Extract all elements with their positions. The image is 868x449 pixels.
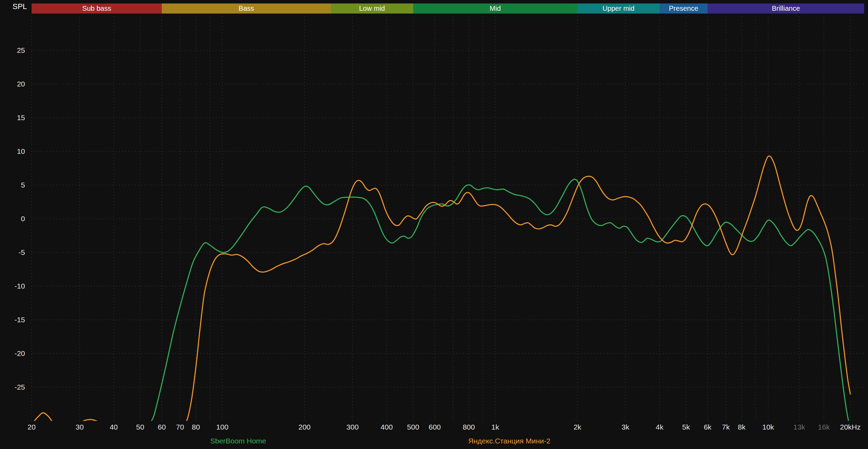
x-tick-4k: 4k [656, 423, 663, 431]
x-tick-13k: 13k [793, 423, 805, 431]
x-tick-5k: 5k [682, 423, 690, 431]
x-tick-400: 400 [381, 423, 393, 431]
frequency-response-chart: SPL Sub bassBassLow midMidUpper midPrese… [0, 0, 868, 449]
x-tick-16k: 16k [818, 423, 830, 431]
y-tick--15: -15 [3, 316, 25, 324]
grid [32, 17, 864, 421]
legend: SberBoom Home Яндекс.Станция Мини-2 [0, 437, 868, 447]
x-tick-50: 50 [136, 423, 144, 431]
x-tick-80: 80 [192, 423, 200, 431]
y-tick--20: -20 [3, 349, 25, 358]
y-tick-20: 20 [3, 80, 25, 88]
legend-sberboom-home[interactable]: SberBoom Home [210, 437, 266, 445]
x-tick-300: 300 [347, 423, 359, 431]
x-tick-3k: 3k [621, 423, 629, 431]
x-axis-ticks: 203040506070801002003004005006008001k2k3… [0, 423, 868, 433]
x-tick-6k: 6k [704, 423, 711, 431]
x-tick-60: 60 [158, 423, 166, 431]
plot-area [0, 0, 868, 449]
y-tick--5: -5 [3, 248, 25, 257]
x-tick-30: 30 [76, 423, 84, 431]
y-tick--10: -10 [3, 282, 25, 290]
y-tick-15: 15 [3, 114, 25, 122]
y-tick-5: 5 [3, 181, 25, 189]
x-tick-20: 20 [27, 423, 35, 431]
x-tick-600: 600 [428, 423, 441, 431]
x-tick-7k: 7k [722, 423, 730, 431]
y-tick-0: 0 [3, 215, 25, 223]
x-tick-70: 70 [176, 423, 184, 431]
x-tick-40: 40 [110, 423, 118, 431]
x-tick-2k: 2k [574, 423, 581, 431]
y-tick-25: 25 [3, 46, 25, 55]
x-tick-1k: 1k [491, 423, 499, 431]
y-tick--25: -25 [3, 383, 25, 391]
x-tick-20kHz: 20kHz [840, 423, 861, 431]
x-tick-500: 500 [407, 423, 419, 431]
x-tick-8k: 8k [738, 423, 745, 431]
curve-sberboom-home [32, 179, 849, 428]
x-tick-100: 100 [216, 423, 228, 431]
x-tick-200: 200 [298, 423, 310, 431]
legend-yandex-station-mini-2[interactable]: Яндекс.Станция Мини-2 [468, 437, 550, 445]
x-tick-800: 800 [463, 423, 475, 431]
y-tick-10: 10 [3, 147, 25, 156]
x-tick-10k: 10k [762, 423, 774, 431]
